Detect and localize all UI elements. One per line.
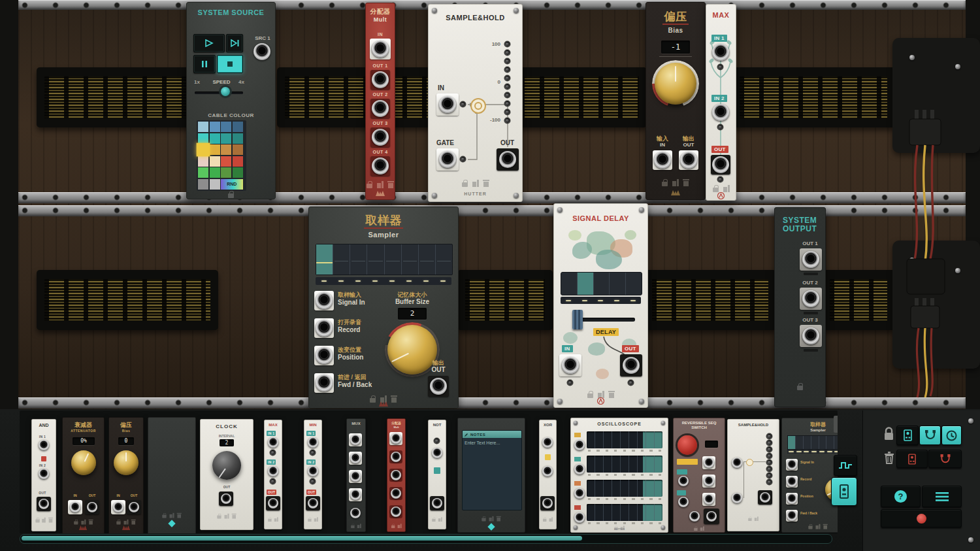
out4-jack[interactable] (370, 156, 390, 176)
lock-cables-button[interactable] (919, 426, 941, 445)
record-jack[interactable] (314, 318, 334, 338)
jack[interactable] (689, 511, 700, 522)
out2-jack[interactable] (800, 288, 822, 310)
plug-icon[interactable] (472, 180, 479, 188)
out-jack[interactable] (389, 469, 402, 482)
tray-module-xor[interactable]: XOR (539, 420, 557, 529)
out-jack[interactable] (711, 155, 730, 175)
channel1-jack[interactable] (574, 440, 585, 450)
jack[interactable] (349, 433, 362, 446)
jack[interactable] (349, 470, 362, 483)
jack[interactable] (349, 488, 362, 501)
in2-jack[interactable] (268, 466, 278, 476)
tray-module-mult[interactable]: 分配器 Mult (387, 418, 406, 532)
in1-jack[interactable] (268, 437, 278, 448)
lock-icon[interactable] (228, 191, 235, 199)
tray-module-blank[interactable] (148, 417, 196, 533)
channel4-jack[interactable] (574, 512, 585, 523)
menu-button[interactable] (922, 486, 962, 507)
out1-jack[interactable] (800, 248, 822, 271)
palette-cell[interactable] (233, 167, 243, 178)
module-tray-toggle-button[interactable] (831, 477, 857, 506)
tray-module-not[interactable]: NOT (428, 420, 446, 529)
module-mult[interactable]: 分配器 Mult IN OUT 1 OUT 2 OUT 3 OUT 4 (365, 3, 395, 200)
in1-jack[interactable] (39, 440, 49, 450)
lock-icon[interactable] (797, 383, 804, 391)
plug-icon[interactable] (377, 181, 384, 189)
jack[interactable] (786, 510, 798, 522)
palette-cell[interactable] (221, 144, 231, 155)
stop-button[interactable] (217, 55, 243, 73)
out-jack[interactable] (389, 487, 402, 500)
tray-module-clock[interactable]: CLOCK INTERVAL 2 OUT (200, 419, 253, 530)
plug-icon[interactable] (672, 179, 679, 187)
channel2-jack[interactable] (574, 464, 585, 475)
out-jack[interactable] (620, 354, 642, 376)
module-bias[interactable]: 偏压 Bias -1 输入 IN 输出 OUT (645, 2, 706, 200)
tray-module-attenuator[interactable]: 衰减器 ATTENUATOR 0% IN OUT (62, 417, 105, 533)
out-jack[interactable] (219, 492, 233, 506)
position-jack[interactable] (314, 346, 334, 365)
jack[interactable] (702, 493, 715, 506)
tray-module-mux[interactable]: MUX (346, 418, 366, 532)
tray-module-max[interactable]: MAX IN 1 IN 2 OUT (264, 420, 282, 529)
palette-cell[interactable] (233, 133, 243, 144)
trash-icon[interactable] (683, 179, 689, 187)
lock-modules-button[interactable] (896, 426, 919, 445)
gate-jack[interactable] (732, 493, 742, 503)
in-jack[interactable] (111, 500, 125, 514)
palette-cell-selected[interactable] (197, 143, 210, 157)
in-jack[interactable] (436, 93, 459, 116)
palette-cell[interactable] (198, 133, 208, 144)
palette-cell[interactable] (233, 156, 243, 167)
palette-cell[interactable] (233, 122, 243, 132)
palette-cell[interactable] (198, 167, 208, 178)
src1-jack[interactable] (253, 43, 270, 60)
in1-jack[interactable] (712, 44, 729, 61)
speed-slider-track[interactable] (195, 92, 243, 94)
tray-module-sampler[interactable]: 取样器 Sampler Signal In Record Position Fw… (781, 418, 838, 533)
palette-cell[interactable] (210, 167, 220, 178)
tray-module-and[interactable]: AND IN 1 IN 2 OUT (31, 419, 56, 531)
jack[interactable] (349, 452, 362, 465)
in1-jack[interactable] (308, 437, 318, 448)
palette-cell[interactable] (221, 156, 231, 167)
jack[interactable] (786, 459, 798, 471)
fwd-back-jack[interactable] (314, 373, 334, 393)
out3-jack[interactable] (800, 325, 822, 347)
out-jack[interactable] (37, 497, 51, 511)
out-jack[interactable] (350, 508, 361, 518)
tray-module-notes[interactable]: NOTES Enter Text Here... (457, 418, 525, 533)
bias-knob[interactable] (114, 450, 139, 475)
palette-cell[interactable] (233, 144, 243, 155)
help-button[interactable]: ? (881, 486, 921, 507)
jack[interactable] (678, 476, 689, 486)
in-jack[interactable] (370, 39, 391, 59)
out-jack[interactable] (306, 496, 320, 510)
out1-jack[interactable] (370, 70, 390, 90)
module-system-source[interactable]: SYSTEM SOURCE SRC 1 1x SPEED 4x CABLE CO… (186, 2, 276, 199)
module-signal-delay[interactable]: SIGNAL DELAY DELAY IN (553, 203, 648, 408)
palette-cell[interactable] (198, 156, 208, 167)
signal-view-toggle-button[interactable] (834, 455, 857, 476)
jack[interactable] (786, 493, 798, 505)
in-jack[interactable] (68, 500, 82, 514)
tray-module-oscilloscope[interactable]: OSCILLOSCOPE HUTTER (570, 418, 668, 533)
in1-jack[interactable] (542, 437, 553, 448)
clock-knob[interactable] (212, 451, 241, 480)
palette-cell[interactable] (198, 122, 208, 132)
palette-cell[interactable] (210, 179, 220, 190)
in-jack[interactable] (432, 448, 442, 458)
in2-jack[interactable] (712, 104, 729, 121)
out3-jack[interactable] (370, 127, 390, 147)
lock-icon[interactable] (662, 179, 668, 187)
pause-button[interactable] (193, 55, 216, 73)
lock-icon[interactable] (462, 180, 468, 188)
tray-module-sample-hold[interactable]: SAMPLE&HOLD (727, 419, 779, 531)
trash-icon[interactable] (483, 180, 489, 188)
palette-cell[interactable] (198, 179, 208, 190)
reverse-button[interactable] (678, 435, 697, 455)
jack[interactable] (702, 456, 715, 469)
jack[interactable] (786, 476, 798, 488)
tray-module-bias[interactable]: 偏压 Bias 0 IN OUT (108, 417, 144, 533)
